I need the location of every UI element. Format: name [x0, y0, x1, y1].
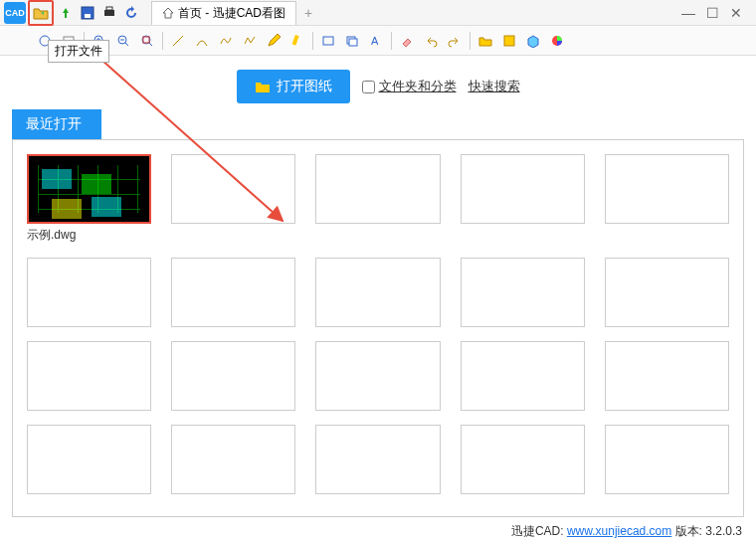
grid-item[interactable] [605, 425, 729, 494]
eraser-icon[interactable] [396, 30, 418, 52]
arc-icon[interactable] [191, 30, 213, 52]
book-icon[interactable] [498, 30, 520, 52]
close-button[interactable]: ✕ [728, 5, 744, 21]
titlebar: CAD 首页 - 迅捷CAD看图 + — ☐ ✕ [0, 0, 756, 26]
grid-item[interactable] [27, 258, 151, 327]
tab-add[interactable]: + [298, 5, 318, 21]
polyline-icon[interactable] [239, 30, 261, 52]
pencil-icon[interactable] [263, 30, 284, 52]
svg-rect-11 [323, 37, 333, 45]
folder-open-icon [255, 80, 271, 93]
grid-item[interactable] [461, 154, 585, 244]
spline-icon[interactable] [215, 30, 237, 52]
color-wheel-icon[interactable] [546, 30, 568, 52]
layers-icon[interactable] [341, 30, 363, 52]
grid-item[interactable] [461, 258, 585, 327]
palm-icon[interactable] [56, 3, 76, 23]
redo-icon[interactable] [444, 30, 466, 52]
open-file-button[interactable] [31, 3, 51, 23]
zoom-extents-icon[interactable] [136, 30, 158, 52]
tab-home[interactable]: 首页 - 迅捷CAD看图 [151, 1, 296, 25]
folder-icon[interactable] [474, 30, 496, 52]
svg-rect-15 [504, 36, 514, 46]
cad-thumbnail [32, 159, 146, 218]
recent-header: 最近打开 [12, 109, 101, 139]
open-file-highlight [28, 0, 54, 26]
footer-link[interactable]: www.xunjiecad.com [567, 524, 671, 538]
grid-item[interactable] [461, 425, 585, 494]
svg-rect-2 [104, 10, 114, 16]
reload-icon[interactable] [121, 3, 141, 23]
print-icon[interactable] [99, 3, 119, 23]
version-label: 版本: [675, 524, 702, 538]
grid-item[interactable] [171, 341, 295, 411]
svg-rect-1 [85, 14, 91, 18]
tooltip: 打开文件 [48, 40, 109, 63]
grid-item[interactable] [605, 341, 729, 411]
file-label: 示例.dwg [27, 227, 151, 244]
grid-item[interactable] [27, 341, 151, 411]
tab-label: 首页 - 迅捷CAD看图 [178, 5, 285, 22]
svg-rect-9 [143, 37, 149, 43]
footer: 迅捷CAD: www.xunjiecad.com 版本: 3.2.0.3 [511, 523, 742, 540]
grid-item-0[interactable]: 示例.dwg [27, 154, 151, 244]
folder-category-input[interactable] [362, 81, 375, 93]
footer-brand: 迅捷CAD: [511, 524, 564, 538]
save-icon[interactable] [78, 3, 97, 23]
folder-category-checkbox[interactable]: 文件夹和分类 [362, 78, 457, 95]
zoom-out-icon[interactable] [112, 30, 134, 52]
grid-item[interactable] [27, 425, 151, 494]
home-icon [162, 7, 174, 19]
grid-item[interactable] [315, 258, 440, 327]
grid-item[interactable] [605, 154, 729, 244]
svg-rect-3 [106, 7, 112, 10]
grid-item[interactable] [171, 425, 295, 494]
grid-item[interactable] [605, 258, 729, 327]
grid-item[interactable] [171, 154, 295, 244]
svg-text:A: A [371, 35, 379, 47]
line-icon[interactable] [167, 30, 189, 52]
minimize-button[interactable]: — [680, 5, 696, 21]
svg-rect-10 [292, 34, 299, 45]
grid-item[interactable] [461, 341, 585, 411]
svg-rect-13 [349, 39, 357, 46]
action-bar: 打开图纸 文件夹和分类 快速搜索 [0, 56, 756, 109]
open-button-label: 打开图纸 [277, 78, 332, 95]
highlighter-icon[interactable] [286, 30, 308, 52]
grid-item[interactable] [315, 154, 440, 244]
app-icon: CAD [4, 2, 26, 24]
grid-item[interactable] [171, 258, 295, 327]
grid-item[interactable] [315, 425, 440, 494]
undo-icon[interactable] [420, 30, 442, 52]
checkbox-text: 文件夹和分类 [379, 78, 457, 95]
maximize-button[interactable]: ☐ [704, 5, 720, 21]
grid-item[interactable] [315, 341, 440, 411]
box-icon[interactable] [522, 30, 544, 52]
text-icon[interactable]: A [365, 30, 387, 52]
version-number: 3.2.0.3 [705, 524, 742, 538]
quick-search-link[interactable]: 快速搜索 [469, 78, 520, 95]
window-icon[interactable] [317, 30, 339, 52]
open-drawing-button[interactable]: 打开图纸 [237, 70, 350, 103]
toolbar: A [0, 26, 756, 56]
grid-container: 示例.dwg [12, 139, 744, 517]
